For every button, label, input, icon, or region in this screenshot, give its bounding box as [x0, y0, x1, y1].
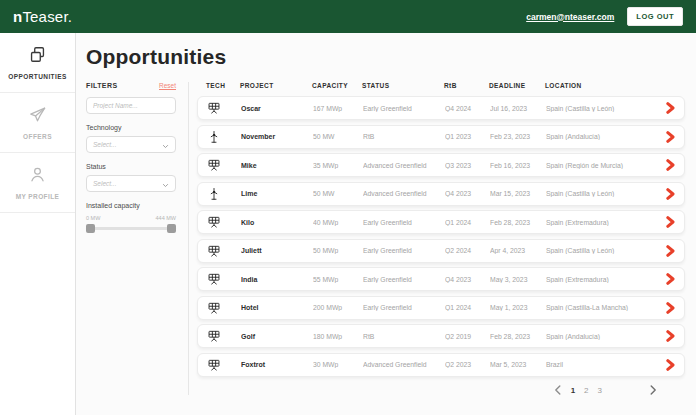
location-value: Brazil: [546, 361, 657, 368]
table-row[interactable]: Foxtrot 30 MWp Advanced Greenfield Q2 20…: [197, 353, 685, 377]
opportunities-table: TECH PROJECT CAPACITY STATUS RtB DEADLIN…: [189, 82, 685, 395]
table-row[interactable]: India 55 MWp Early Greenfield Q4 2023 Ma…: [197, 267, 685, 291]
location-value: Spain (Extremadura): [546, 219, 657, 226]
project-name: Oscar: [241, 105, 313, 112]
capacity-value: 50 MWp: [313, 247, 363, 254]
col-tech: TECH: [206, 82, 240, 89]
status-value: Early Greenfield: [363, 105, 445, 112]
rtb-value: Q1 2024: [445, 219, 490, 226]
wind-turbine-icon: [207, 130, 241, 144]
sidebar-item-offers[interactable]: OFFERS: [0, 93, 75, 153]
user-email-link[interactable]: carmen@nteaser.com: [526, 12, 614, 22]
technology-select[interactable]: Select...: [86, 136, 176, 153]
status-select-value: Select...: [93, 180, 162, 187]
filters-reset-link[interactable]: Reset: [159, 82, 176, 89]
open-opportunity-button[interactable]: [666, 188, 675, 200]
capacity-range-slider: [86, 224, 176, 233]
open-opportunity-button[interactable]: [666, 131, 675, 143]
tech-icon-cell: [207, 130, 241, 144]
capacity-value: 40 MWp: [313, 219, 363, 226]
tech-icon-cell: [207, 187, 241, 201]
rtb-value: Q2 2024: [445, 247, 490, 254]
location-value: Spain (Castilla y León): [546, 190, 657, 197]
deadline-value: Mar 5, 2023: [490, 361, 546, 368]
status-select[interactable]: Select...: [86, 175, 176, 192]
tech-icon-cell: [207, 101, 241, 115]
location-value: Spain (Castilla y León): [546, 247, 657, 254]
status-value: RtB: [363, 333, 445, 340]
pagination-page-2[interactable]: 2: [584, 386, 588, 395]
status-value: Early Greenfield: [363, 276, 445, 283]
solar-panel-icon: [207, 272, 241, 286]
table-row[interactable]: Kilo 40 MWp Early Greenfield Q1 2024 Feb…: [197, 210, 685, 234]
slider-handle-min[interactable]: [86, 224, 95, 233]
tech-icon-cell: [207, 215, 241, 229]
logo-bold: n: [13, 8, 22, 25]
rtb-value: Q4 2024: [445, 105, 490, 112]
open-opportunity-button[interactable]: [666, 359, 675, 371]
sidebar-item-opportunities[interactable]: OPPORTUNITIES: [0, 33, 75, 93]
pagination-page-3[interactable]: 3: [598, 386, 602, 395]
capacity-value: 50 MW: [313, 133, 363, 140]
status-value: Advanced Greenfield: [363, 162, 445, 169]
project-name: Hotel: [241, 304, 313, 311]
location-value: Spain (Región de Murcia): [546, 162, 657, 169]
table-row[interactable]: Oscar 167 MWp Early Greenfield Q4 2024 J…: [197, 96, 685, 120]
capacity-max-label: 444 MW: [156, 215, 176, 221]
deadline-value: May 3, 2023: [490, 276, 546, 283]
sidebar-item-my-profile[interactable]: MY PROFILE: [0, 153, 75, 213]
location-value: Spain (Andalucía): [546, 333, 657, 340]
solar-panel-icon: [207, 329, 241, 343]
location-value: Spain (Castilla-La Mancha): [546, 304, 657, 311]
project-name-input[interactable]: [86, 97, 176, 114]
logout-button[interactable]: LOG OUT: [627, 7, 683, 26]
solar-panel-icon: [207, 358, 241, 372]
table-row[interactable]: Lime 50 MW Advanced Greenfield Q4 2023 M…: [197, 182, 685, 206]
status-label: Status: [86, 163, 176, 170]
table-row[interactable]: Mike 35 MWp Advanced Greenfield Q3 2023 …: [197, 153, 685, 177]
slider-handle-max[interactable]: [167, 224, 176, 233]
pagination: 1 2 3: [197, 381, 685, 395]
deadline-value: Feb 16, 2023: [490, 162, 546, 169]
deadline-value: May 1, 2023: [490, 304, 546, 311]
rtb-value: Q2 2023: [445, 361, 490, 368]
project-name: Foxtrot: [241, 361, 313, 368]
app-logo[interactable]: nTeaser.: [13, 8, 72, 25]
open-opportunity-button[interactable]: [666, 159, 675, 171]
open-opportunity-button[interactable]: [666, 245, 675, 257]
table-row[interactable]: Juliett 50 MWp Early Greenfield Q2 2024 …: [197, 239, 685, 263]
pagination-next-icon[interactable]: [649, 385, 657, 395]
open-opportunity-button[interactable]: [666, 330, 675, 342]
capacity-value: 55 MWp: [313, 276, 363, 283]
status-value: Early Greenfield: [363, 304, 445, 311]
sidebar-item-label: OPPORTUNITIES: [8, 73, 66, 80]
rtb-value: Q1 2023: [445, 133, 490, 140]
wind-turbine-icon: [207, 187, 241, 201]
status-value: RtB: [363, 133, 445, 140]
open-opportunity-button[interactable]: [666, 216, 675, 228]
open-opportunity-button[interactable]: [666, 102, 675, 114]
project-name: November: [241, 133, 313, 140]
pagination-page-1[interactable]: 1: [571, 386, 575, 395]
status-value: Early Greenfield: [363, 247, 445, 254]
person-icon: [28, 165, 47, 188]
capacity-value: 200 MWp: [313, 304, 363, 311]
table-row[interactable]: November 50 MW RtB Q1 2023 Feb 23, 2023 …: [197, 125, 685, 149]
open-opportunity-button[interactable]: [666, 302, 675, 314]
status-value: Advanced Greenfield: [363, 190, 445, 197]
sidebar-item-label: MY PROFILE: [16, 193, 60, 200]
status-value: Early Greenfield: [363, 219, 445, 226]
col-rtb: RtB: [444, 82, 489, 89]
open-opportunity-button[interactable]: [666, 273, 675, 285]
capacity-value: 180 MWp: [313, 333, 363, 340]
project-name: Lime: [241, 190, 313, 197]
location-value: Spain (Castilla y León): [546, 105, 657, 112]
table-row[interactable]: Golf 180 MWp RtB Q2 2019 Feb 28, 2023 Sp…: [197, 324, 685, 348]
app-shell: OPPORTUNITIES OFFERS MY PROFILE Opportun…: [0, 33, 696, 415]
table-row[interactable]: Hotel 200 MWp Early Greenfield Q1 2024 M…: [197, 296, 685, 320]
deadline-value: Feb 23, 2023: [490, 133, 546, 140]
col-deadline: DEADLINE: [489, 82, 545, 89]
pagination-prev-icon[interactable]: [554, 385, 562, 395]
filters-title: FILTERS: [86, 82, 117, 89]
table-body: Oscar 167 MWp Early Greenfield Q4 2024 J…: [197, 96, 685, 381]
